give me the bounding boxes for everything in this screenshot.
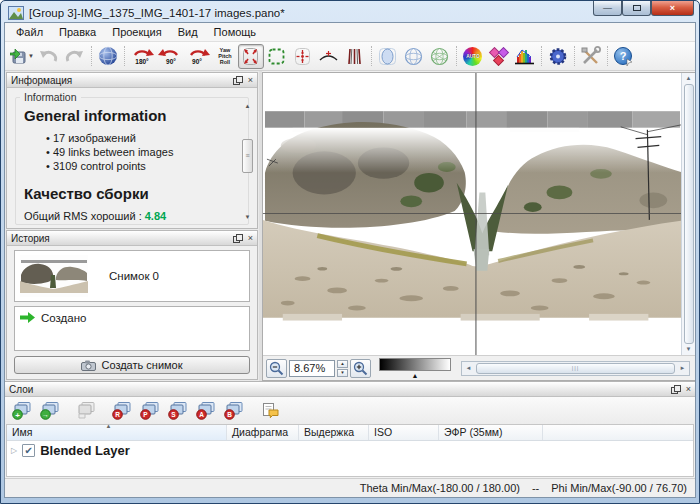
histogram-button[interactable]: [512, 44, 538, 69]
layer-row[interactable]: ▷ ✔ Blended Layer: [7, 441, 693, 460]
levels-control[interactable]: ▲: [379, 358, 451, 378]
zoom-level-input[interactable]: 8.67%: [289, 360, 335, 377]
projection-button[interactable]: [375, 44, 401, 69]
scrollbar-thumb[interactable]: |||: [476, 363, 675, 374]
rotate-180-button[interactable]: 180°: [128, 44, 156, 69]
rms-line: Общий RMS хороший :4.84: [24, 210, 244, 222]
window-title: [Group 3]-IMG_1375_IMG_1401-17 images.pa…: [29, 7, 285, 19]
rotate-right-90-button[interactable]: 90°: [184, 44, 212, 69]
scrollbar-thumb[interactable]: [684, 84, 694, 344]
float-panel-icon[interactable]: [233, 234, 243, 243]
maximize-button[interactable]: [622, 1, 651, 16]
zoom-spinner[interactable]: ▲ ▼: [337, 360, 348, 377]
column-efl[interactable]: ЭФР (35мм): [439, 425, 543, 440]
rotate-left-90-button[interactable]: 90°: [156, 44, 184, 69]
layer-b-button[interactable]: B: [222, 399, 246, 422]
menu-view[interactable]: Вид: [170, 24, 206, 40]
yaw-pitch-roll-button[interactable]: YawPitchRoll: [212, 44, 238, 69]
preview-sphere-button[interactable]: [95, 44, 121, 69]
layer-a-button[interactable]: A: [194, 399, 218, 422]
scroll-down-icon[interactable]: ▼: [245, 213, 251, 221]
scroll-left-icon[interactable]: ◄: [462, 362, 475, 375]
quality-heading: Качество сборки: [24, 185, 244, 202]
toolbar-separator: [456, 46, 457, 66]
undo-button[interactable]: [36, 44, 62, 69]
close-button[interactable]: ×: [651, 1, 694, 16]
close-panel-icon[interactable]: ×: [248, 76, 253, 85]
layer-s-icon: S: [168, 401, 188, 420]
status-separator: --: [532, 482, 539, 494]
scrollbar-thumb[interactable]: ≡: [242, 139, 253, 173]
menu-help[interactable]: Помощь: [206, 24, 265, 40]
menu-projection[interactable]: Проекция: [104, 24, 169, 40]
zoom-out-button[interactable]: [266, 359, 287, 378]
info-bullet-list: 17 изображений 49 links between images 3…: [46, 131, 244, 173]
expand-row-icon[interactable]: ▷: [11, 446, 17, 455]
scroll-up-icon[interactable]: ▲: [245, 102, 251, 110]
scroll-up-icon[interactable]: ▲: [686, 74, 692, 83]
history-event-list[interactable]: Создано: [14, 306, 250, 351]
crop-tool-button[interactable]: [264, 44, 290, 69]
float-panel-icon[interactable]: [233, 76, 243, 85]
save-button[interactable]: ▼: [8, 44, 36, 69]
camera-icon: [81, 360, 96, 371]
close-panel-icon[interactable]: ×: [248, 234, 253, 243]
column-iso[interactable]: ISO: [369, 425, 439, 440]
center-tool-button[interactable]: [290, 44, 316, 69]
column-aperture[interactable]: Диафрагма: [227, 425, 299, 440]
color-levels-button[interactable]: [486, 44, 512, 69]
tools-button[interactable]: [578, 44, 604, 69]
add-layer-button[interactable]: +: [10, 399, 34, 422]
snapshot-item[interactable]: Снимок 0: [14, 250, 250, 302]
menu-file[interactable]: Файл: [8, 24, 51, 40]
float-panel-icon[interactable]: [671, 385, 681, 394]
rms-value: 4.84: [145, 210, 166, 222]
layer-visibility-checkbox[interactable]: ✔: [22, 444, 35, 457]
verticals-tool-button[interactable]: [342, 44, 368, 69]
zoom-in-icon: [353, 361, 368, 376]
panorama-preview[interactable]: [263, 73, 681, 355]
sphere-mesh-button[interactable]: [427, 44, 453, 69]
info-panel: Информация × Information General informa…: [6, 72, 258, 229]
levels-gradient-strip[interactable]: [379, 358, 451, 371]
save-dropdown-caret[interactable]: ▼: [28, 53, 34, 59]
minimize-button[interactable]: —: [593, 1, 622, 16]
move-tool-button[interactable]: [238, 44, 264, 69]
layer-r-button[interactable]: R: [110, 399, 134, 422]
undo-icon: [39, 49, 58, 64]
layer-p-button[interactable]: P: [138, 399, 162, 422]
column-exposure[interactable]: Выдержка: [299, 425, 369, 440]
titlebar[interactable]: [Group 3]-IMG_1375_IMG_1401-17 images.pa…: [4, 1, 696, 22]
zoom-in-button[interactable]: [350, 359, 371, 378]
create-snapshot-button[interactable]: Создать снимок: [14, 356, 250, 374]
spin-up-icon[interactable]: ▲: [337, 360, 348, 368]
export-layer-button[interactable]: →: [38, 399, 62, 422]
close-panel-icon[interactable]: ×: [686, 385, 691, 394]
spin-down-icon[interactable]: ▼: [337, 369, 348, 377]
svg-text:A: A: [199, 411, 204, 418]
auto-color-button[interactable]: AUTO: [460, 44, 486, 69]
rotate-180-icon: 180°: [130, 46, 154, 67]
preview-vertical-scrollbar[interactable]: ▲ ▼: [681, 73, 695, 355]
layer-notes-button[interactable]: [258, 399, 282, 422]
horizon-tool-button[interactable]: [316, 44, 342, 69]
redo-button[interactable]: [62, 44, 88, 69]
history-panel: История ×: [6, 230, 258, 380]
sphere-grid-button[interactable]: [401, 44, 427, 69]
layer-s-button[interactable]: S: [166, 399, 190, 422]
levels-marker[interactable]: ▲: [412, 372, 419, 379]
column-name[interactable]: Имя▲: [7, 425, 227, 440]
scroll-down-icon[interactable]: ▼: [686, 345, 692, 354]
info-scrollbar[interactable]: ▲ ≡ ▼: [241, 102, 254, 221]
menu-edit[interactable]: Правка: [51, 24, 104, 40]
duplicate-layer-button[interactable]: [74, 399, 98, 422]
settings-gear-button[interactable]: [545, 44, 571, 69]
info-panel-titlebar[interactable]: Информация ×: [7, 73, 257, 88]
help-button[interactable]: ?: [611, 44, 637, 69]
main-toolbar: ▼: [5, 42, 695, 71]
preview-horizontal-scrollbar[interactable]: ◄ ||| ►: [461, 361, 690, 376]
layers-panel-titlebar[interactable]: Слои ×: [5, 382, 695, 397]
gear-icon: [547, 46, 569, 67]
history-panel-titlebar[interactable]: История ×: [7, 231, 257, 246]
scroll-right-icon[interactable]: ►: [676, 362, 689, 375]
